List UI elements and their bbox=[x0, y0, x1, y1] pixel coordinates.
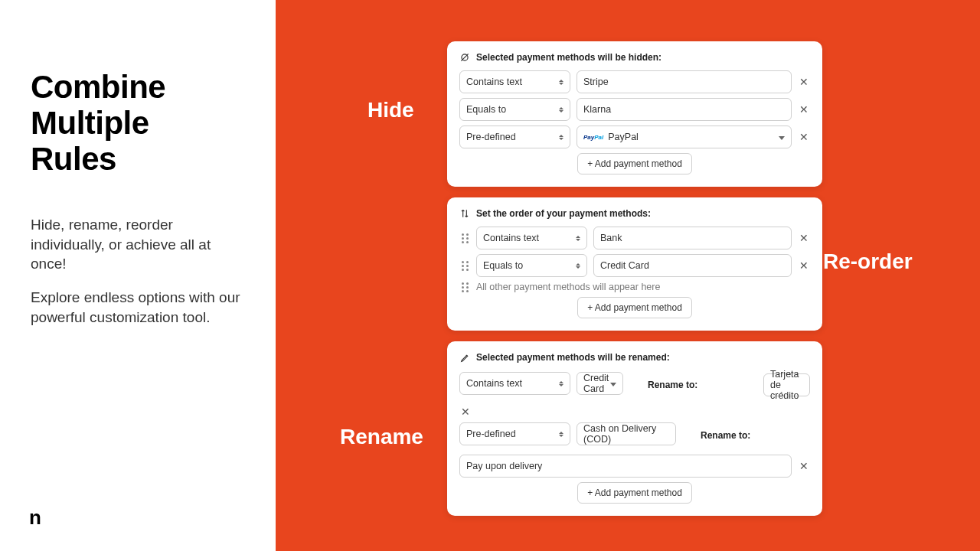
sort-icon bbox=[559, 432, 564, 437]
add-payment-method-button[interactable]: + Add payment method bbox=[577, 153, 692, 174]
rename-card-header: Selected payment methods will be renamed… bbox=[459, 352, 810, 363]
headline: Combine Multiple Rules bbox=[31, 69, 245, 177]
drag-handle-icon[interactable] bbox=[459, 233, 470, 243]
headline-line-2: Multiple bbox=[31, 105, 245, 141]
hide-row: Pre-defined PayPal PayPal ✕ bbox=[459, 126, 810, 148]
rename-label: Rename bbox=[340, 425, 423, 449]
rename-row: Contains text Credit Card Rename to: Tar… bbox=[459, 370, 810, 418]
brand-logo: n bbox=[29, 506, 39, 530]
value-input[interactable]: Cash on Delivery (COD) bbox=[577, 422, 676, 445]
value-input[interactable]: Stripe bbox=[577, 70, 792, 93]
reorder-rest-row: All other payment methods will appear he… bbox=[459, 282, 810, 292]
rename-input[interactable]: Pay upon delivery bbox=[459, 455, 792, 478]
sort-arrows-icon bbox=[459, 208, 470, 219]
sort-icon bbox=[559, 107, 564, 112]
marketing-sidebar: Combine Multiple Rules Hide, rename, reo… bbox=[0, 0, 276, 551]
reorder-row: Contains text Bank ✕ bbox=[459, 227, 810, 249]
marketing-copy: Hide, rename, reorder individually, or a… bbox=[31, 215, 245, 327]
drag-handle-icon[interactable] bbox=[459, 282, 470, 292]
chevron-down-icon bbox=[610, 378, 616, 389]
remove-row-button[interactable]: ✕ bbox=[798, 76, 810, 88]
hide-row: Contains text Stripe ✕ bbox=[459, 70, 810, 93]
add-payment-method-button[interactable]: + Add payment method bbox=[577, 297, 692, 318]
condition-select[interactable]: Equals to bbox=[459, 98, 570, 121]
remove-row-button[interactable]: ✕ bbox=[459, 406, 472, 418]
sort-icon bbox=[559, 135, 564, 140]
remove-row-button[interactable]: ✕ bbox=[798, 232, 810, 244]
reorder-card-header: Set the order of your payment methods: bbox=[459, 208, 810, 219]
drag-handle-icon[interactable] bbox=[459, 261, 470, 271]
remove-row-button[interactable]: ✕ bbox=[798, 131, 810, 143]
rename-row: Pre-defined Cash on Delivery (COD) Renam… bbox=[459, 422, 810, 478]
sort-icon bbox=[559, 381, 564, 386]
value-input[interactable]: Credit Card bbox=[593, 254, 792, 277]
value-select[interactable]: PayPal PayPal bbox=[577, 126, 792, 148]
hide-card: Selected payment methods will be hidden:… bbox=[447, 41, 822, 187]
copy-paragraph-2: Explore endless options with our powerfu… bbox=[31, 288, 245, 327]
demo-canvas: Hide Re-order Rename Selected payment me… bbox=[276, 0, 980, 551]
value-input[interactable]: Bank bbox=[593, 227, 792, 249]
rename-card: Selected payment methods will be renamed… bbox=[447, 341, 822, 516]
eye-off-icon bbox=[459, 52, 470, 63]
value-select[interactable]: Credit Card bbox=[577, 372, 623, 395]
hide-row: Equals to Klarna ✕ bbox=[459, 98, 810, 121]
condition-select[interactable]: Equals to bbox=[476, 254, 587, 277]
headline-line-3: Rules bbox=[31, 141, 245, 177]
rename-to-label: Rename to: bbox=[699, 430, 810, 441]
rename-to-label: Rename to: bbox=[646, 380, 757, 390]
rename-input[interactable]: Tarjeta de crédito bbox=[763, 373, 810, 396]
sort-icon bbox=[576, 263, 580, 269]
rename-card-title: Selected payment methods will be renamed… bbox=[476, 352, 670, 363]
hide-card-title: Selected payment methods will be hidden: bbox=[476, 52, 662, 63]
reorder-row: Equals to Credit Card ✕ bbox=[459, 254, 810, 277]
remove-row-button[interactable]: ✕ bbox=[798, 259, 810, 272]
add-payment-method-button[interactable]: + Add payment method bbox=[577, 482, 692, 504]
hide-card-header: Selected payment methods will be hidden: bbox=[459, 52, 810, 63]
condition-select[interactable]: Pre-defined bbox=[459, 126, 570, 148]
paypal-icon: PayPal bbox=[583, 134, 603, 141]
reorder-card: Set the order of your payment methods: C… bbox=[447, 197, 822, 331]
remove-row-button[interactable]: ✕ bbox=[798, 460, 810, 472]
condition-select[interactable]: Contains text bbox=[459, 372, 570, 395]
reorder-card-title: Set the order of your payment methods: bbox=[476, 208, 651, 219]
condition-select[interactable]: Pre-defined bbox=[459, 422, 570, 445]
pencil-icon bbox=[459, 352, 470, 363]
hide-label: Hide bbox=[368, 98, 414, 122]
sort-icon bbox=[559, 80, 564, 85]
headline-line-1: Combine bbox=[31, 69, 245, 105]
value-input[interactable]: Klarna bbox=[577, 98, 792, 121]
sort-icon bbox=[576, 236, 580, 241]
reorder-rest-label: All other payment methods will appear he… bbox=[476, 282, 660, 292]
condition-select[interactable]: Contains text bbox=[476, 227, 587, 249]
copy-paragraph-1: Hide, rename, reorder individually, or a… bbox=[31, 215, 245, 274]
condition-select[interactable]: Contains text bbox=[459, 70, 570, 93]
reorder-label: Re-order bbox=[823, 249, 913, 274]
remove-row-button[interactable]: ✕ bbox=[798, 103, 810, 116]
chevron-down-icon bbox=[779, 132, 785, 142]
